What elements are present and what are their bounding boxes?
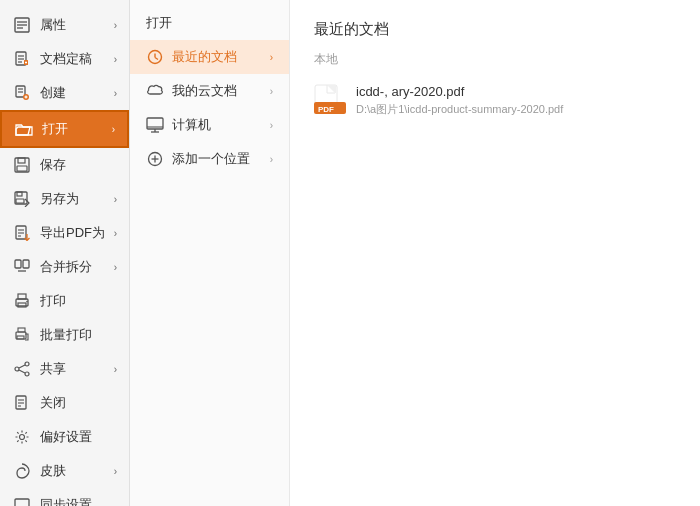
middle-panel-title: 打开 [130, 8, 289, 40]
sidebar-item-label: 打印 [40, 292, 117, 310]
arrow-icon: › [270, 120, 273, 131]
svg-rect-19 [17, 166, 27, 171]
file-pdf-icon: PDF [314, 84, 346, 120]
sidebar-item-save-as[interactable]: 另存为 › [0, 182, 129, 216]
right-panel-title: 最近的文档 [314, 20, 676, 39]
cloud-icon [146, 82, 164, 100]
create-icon [12, 83, 32, 103]
svg-rect-37 [17, 336, 24, 339]
arrow-icon: › [114, 88, 117, 99]
arrow-icon: › [112, 124, 115, 135]
sidebar-item-label: 皮肤 [40, 462, 114, 480]
sidebar-item-label: 另存为 [40, 190, 114, 208]
sidebar-item-print[interactable]: 打印 [0, 284, 129, 318]
middle-panel: 打开 最近的文档 › 我的云文档 › [130, 0, 290, 506]
sidebar-item-preferences[interactable]: 偏好设置 [0, 420, 129, 454]
save-icon [12, 155, 32, 175]
sidebar-item-skin[interactable]: 皮肤 › [0, 454, 129, 488]
svg-line-54 [155, 58, 158, 60]
middle-item-recent[interactable]: 最近的文档 › [130, 40, 289, 74]
svg-text:PDF: PDF [318, 105, 334, 114]
middle-item-label: 最近的文档 [172, 48, 270, 66]
sidebar-item-doc-template[interactable]: 文档定稿 › [0, 42, 129, 76]
middle-item-label: 我的云文档 [172, 82, 270, 100]
sidebar-item-open[interactable]: 打开 › [0, 110, 129, 148]
arrow-icon: › [114, 194, 117, 205]
close-icon [12, 393, 32, 413]
svg-line-42 [19, 370, 25, 373]
sidebar-item-label: 属性 [40, 16, 114, 34]
sidebar-item-save[interactable]: 保存 [0, 148, 129, 182]
svg-point-34 [26, 301, 28, 303]
svg-rect-28 [15, 260, 21, 268]
svg-rect-22 [16, 199, 24, 203]
middle-item-computer[interactable]: 计算机 › [130, 108, 289, 142]
svg-point-40 [25, 372, 29, 376]
svg-line-41 [19, 365, 25, 368]
file-path: D:\a图片1\icdd-product-summary-2020.pdf [356, 102, 563, 117]
arrow-icon: › [114, 364, 117, 375]
sidebar-item-label: 偏好设置 [40, 428, 117, 446]
svg-point-39 [15, 367, 19, 371]
arrow-icon: › [114, 466, 117, 477]
export-pdf-icon [12, 223, 32, 243]
add-location-icon [146, 150, 164, 168]
section-label: 本地 [314, 51, 676, 68]
sidebar-item-label: 导出PDF为 [40, 224, 114, 242]
right-panel: 最近的文档 本地 PDF icdd-, ary-2020.pdf D:\a图片1… [290, 0, 700, 506]
file-name: icdd-, ary-2020.pdf [356, 84, 563, 99]
arrow-icon: › [114, 262, 117, 273]
sidebar-item-sync[interactable]: 同步设置 [0, 488, 129, 506]
svg-point-47 [20, 435, 25, 440]
skin-icon [12, 461, 32, 481]
svg-rect-48 [15, 499, 29, 506]
batch-print-icon [12, 325, 32, 345]
arrow-icon: › [114, 228, 117, 239]
svg-rect-29 [23, 260, 29, 268]
arrow-icon: › [114, 54, 117, 65]
sidebar-item-label: 同步设置 [40, 496, 117, 506]
clock-icon [146, 48, 164, 66]
sidebar-item-properties[interactable]: 属性 › [0, 8, 129, 42]
properties-icon [12, 15, 32, 35]
sync-icon [12, 495, 32, 506]
sidebar-item-export-pdf[interactable]: 导出PDF为 › [0, 216, 129, 250]
arrow-icon: › [270, 52, 273, 63]
print-icon [12, 291, 32, 311]
file-info: icdd-, ary-2020.pdf D:\a图片1\icdd-product… [356, 84, 563, 117]
svg-rect-18 [18, 158, 25, 163]
sidebar-item-label: 合并拆分 [40, 258, 114, 276]
sidebar-item-close[interactable]: 关闭 [0, 386, 129, 420]
file-item[interactable]: PDF icdd-, ary-2020.pdf D:\a图片1\icdd-pro… [314, 78, 676, 126]
doc-template-icon [12, 49, 32, 69]
computer-icon [146, 116, 164, 134]
save-as-icon [12, 189, 32, 209]
sidebar-item-create[interactable]: 创建 › [0, 76, 129, 110]
svg-point-38 [25, 362, 29, 366]
sidebar-item-label: 创建 [40, 84, 114, 102]
arrow-icon: › [114, 20, 117, 31]
sidebar-item-label: 关闭 [40, 394, 117, 412]
sidebar-item-merge-split[interactable]: 合并拆分 › [0, 250, 129, 284]
sidebar-item-label: 共享 [40, 360, 114, 378]
sidebar-item-share[interactable]: 共享 › [0, 352, 129, 386]
sidebar-item-label: 保存 [40, 156, 117, 174]
preferences-icon [12, 427, 32, 447]
sidebar-item-label: 打开 [42, 120, 112, 138]
sidebar-item-label: 批量打印 [40, 326, 117, 344]
arrow-icon: › [270, 86, 273, 97]
sidebar-item-batch-print[interactable]: 批量打印 [0, 318, 129, 352]
arrow-icon: › [270, 154, 273, 165]
open-icon [14, 119, 34, 139]
svg-rect-32 [18, 294, 26, 299]
middle-item-add-location[interactable]: 添加一个位置 › [130, 142, 289, 176]
merge-split-icon [12, 257, 32, 277]
sidebar: 属性 › 文档定稿 › [0, 0, 130, 506]
middle-item-label: 计算机 [172, 116, 270, 134]
middle-item-label: 添加一个位置 [172, 150, 270, 168]
svg-rect-36 [18, 328, 25, 332]
middle-item-cloud[interactable]: 我的云文档 › [130, 74, 289, 108]
share-icon [12, 359, 32, 379]
sidebar-item-label: 文档定稿 [40, 50, 114, 68]
